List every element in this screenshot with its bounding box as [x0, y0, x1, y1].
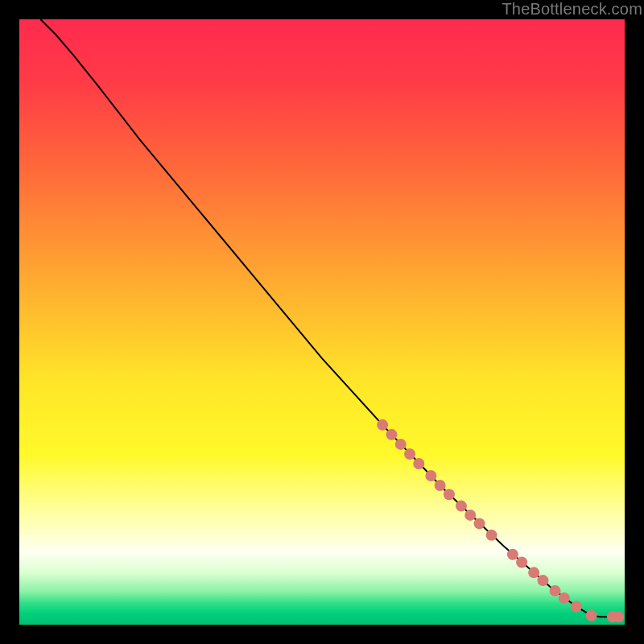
data-marker [404, 448, 415, 460]
data-marker [586, 610, 597, 621]
chart-svg [19, 19, 625, 625]
data-marker [571, 601, 582, 612]
gradient-background [19, 19, 625, 625]
data-marker [486, 530, 497, 541]
data-marker [413, 458, 424, 469]
data-marker [456, 501, 467, 512]
data-marker [386, 429, 397, 440]
chart-container: TheBottleneck.com [0, 0, 644, 644]
data-marker [395, 439, 407, 450]
data-marker [613, 611, 624, 622]
data-marker [435, 480, 446, 491]
data-marker [444, 489, 455, 500]
watermark-text: TheBottleneck.com [502, 0, 642, 19]
data-marker [377, 419, 388, 431]
data-marker [474, 518, 485, 529]
data-marker [537, 575, 548, 586]
data-marker [507, 549, 518, 560]
data-marker [528, 567, 539, 578]
data-marker [516, 557, 527, 568]
data-marker [550, 585, 561, 597]
data-marker [425, 470, 436, 481]
data-marker [559, 592, 570, 604]
data-marker [464, 510, 476, 521]
plot-area [19, 19, 625, 625]
